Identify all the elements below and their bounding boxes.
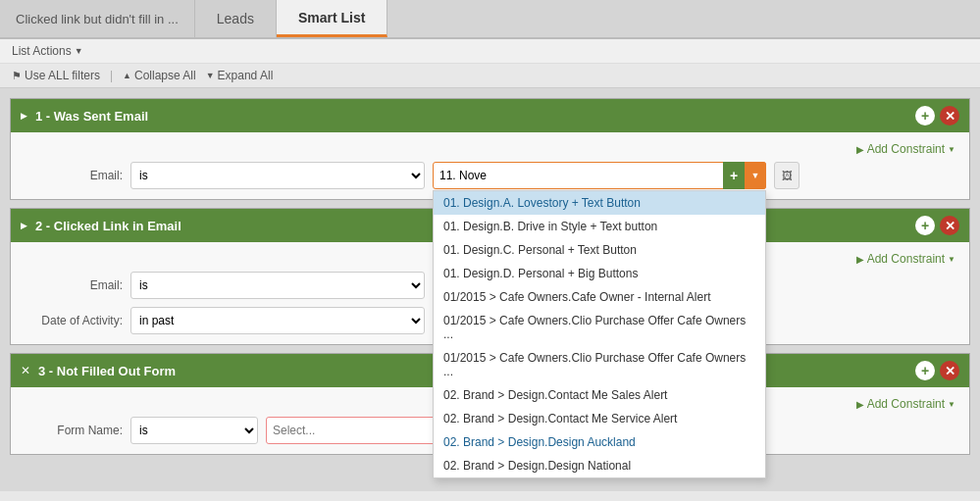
- section-3-add-btn[interactable]: +: [915, 361, 935, 380]
- section-1: ▶ 1 - Was Sent Email + ✕ ▶ Add Constrain…: [10, 98, 970, 200]
- dropdown-item-2[interactable]: 01. Design.C. Personal + Text Button: [434, 238, 765, 262]
- main-content: ▶ 1 - Was Sent Email + ✕ ▶ Add Constrain…: [0, 88, 980, 491]
- section-1-add-value-btn[interactable]: +: [723, 162, 745, 189]
- section-2-controls: + ✕: [915, 216, 959, 235]
- section-3-controls: + ✕: [915, 361, 959, 380]
- collapse-all-label: Collapse All: [134, 69, 196, 82]
- section-3-form-label: Form Name:: [25, 424, 123, 437]
- section-3-add-constraint-chevron: ▼: [948, 400, 955, 409]
- section-3-add-constraint-btn[interactable]: ▶ Add Constraint ▼: [856, 397, 955, 411]
- section-1-header-left: ▶ 1 - Was Sent Email: [21, 109, 148, 124]
- section-1-header[interactable]: ▶ 1 - Was Sent Email + ✕: [11, 99, 969, 132]
- section-1-value-input[interactable]: [433, 162, 766, 189]
- collapse-icon: ▲: [123, 71, 131, 80]
- section-2-header-left: ▶ 2 - Clicked Link in Email: [21, 219, 181, 233]
- list-actions-chevron: ▼: [75, 46, 83, 56]
- dropdown-item-9[interactable]: 02. Brand > Design.Design Auckland: [434, 430, 765, 454]
- section-1-image-icon[interactable]: 🖼: [774, 162, 799, 189]
- section-3-add-constraint-label: Add Constraint: [867, 397, 945, 411]
- dropdown-item-5[interactable]: 01/2015 > Cafe Owners.Clio Purchase Offe…: [434, 309, 765, 346]
- list-actions-label: List Actions: [12, 44, 72, 58]
- section-3-add-constraint-arrow: ▶: [856, 399, 864, 410]
- filter-icon: ⚑: [12, 70, 22, 82]
- dropdown-item-7[interactable]: 02. Brand > Design.Contact Me Sales Aler…: [434, 383, 765, 407]
- section-2-email-operator[interactable]: is: [130, 272, 425, 299]
- section-2-add-constraint-chevron: ▼: [948, 255, 955, 264]
- top-nav: Clicked link but didn't fill in ... Lead…: [0, 0, 980, 39]
- section-3-close-btn[interactable]: ✕: [940, 361, 959, 380]
- use-all-filters-label: Use ALL filters: [25, 69, 100, 82]
- section-2-close-btn[interactable]: ✕: [940, 216, 959, 235]
- dropdown-item-8[interactable]: 02. Brand > Design.Contact Me Service Al…: [434, 407, 765, 430]
- section-2-add-btn[interactable]: +: [915, 216, 935, 235]
- add-constraint-arrow-icon: ▶: [856, 144, 864, 155]
- tab-main[interactable]: Clicked link but didn't fill in ...: [0, 0, 195, 37]
- section-2-add-constraint-arrow: ▶: [856, 254, 864, 265]
- use-all-filters-btn[interactable]: ⚑ Use ALL filters: [12, 69, 100, 82]
- section-1-add-constraint-label: Add Constraint: [867, 142, 945, 156]
- list-actions-button[interactable]: List Actions ▼: [12, 44, 83, 58]
- dropdown-item-4[interactable]: 01/2015 > Cafe Owners.Cafe Owner - Inter…: [434, 285, 765, 309]
- add-constraint-chevron-icon: ▼: [948, 145, 955, 154]
- section-2-title: 2 - Clicked Link in Email: [35, 219, 181, 233]
- dropdown-item-6[interactable]: 01/2015 > Cafe Owners.Clio Purchase Offe…: [434, 346, 765, 383]
- section-3-form-operator[interactable]: is: [130, 417, 258, 444]
- section-1-email-row: Email: is + ▼ 01. Design.A. Lovestory + …: [25, 162, 955, 189]
- dropdown-item-3[interactable]: 01. Design.D. Personal + Big Buttons: [434, 262, 765, 285]
- section-1-email-label: Email:: [25, 169, 123, 182]
- tab-leads[interactable]: Leads: [195, 0, 277, 37]
- dropdown-item-0[interactable]: 01. Design.A. Lovestory + Text Button: [434, 191, 765, 215]
- section-1-title: 1 - Was Sent Email: [35, 109, 148, 124]
- expand-icon: ▼: [206, 71, 215, 80]
- section-1-add-btn[interactable]: +: [915, 106, 935, 125]
- section-1-dropdown: 01. Design.A. Lovestory + Text Button 01…: [433, 190, 766, 478]
- section-3-icon: ✕: [21, 364, 30, 377]
- section-1-add-constraint-btn[interactable]: ▶ Add Constraint ▼: [856, 142, 955, 156]
- section-3-title: 3 - Not Filled Out Form: [38, 364, 176, 378]
- section-1-body: ▶ Add Constraint ▼ Email: is + ▼: [11, 132, 969, 199]
- section-1-controls: + ✕: [915, 106, 959, 125]
- section-1-value-wrapper: + ▼ 01. Design.A. Lovestory + Text Butto…: [433, 162, 766, 189]
- expand-all-btn[interactable]: ▼ Expand All: [206, 69, 274, 82]
- dropdown-item-1[interactable]: 01. Design.B. Drive in Style + Text butt…: [434, 215, 765, 238]
- section-2-date-operator[interactable]: in past: [130, 307, 425, 334]
- section-3-header-left: ✕ 3 - Not Filled Out Form: [21, 364, 176, 378]
- tab-smartlist[interactable]: Smart List: [277, 0, 387, 37]
- filter-separator: |: [110, 69, 113, 82]
- section-2-chevron: ▶: [21, 221, 27, 230]
- section-1-email-operator[interactable]: is: [130, 162, 425, 189]
- list-actions-bar: List Actions ▼: [0, 39, 980, 64]
- section-1-value-controls: + ▼: [723, 162, 766, 189]
- section-1-add-constraint-row: ▶ Add Constraint ▼: [25, 142, 955, 156]
- section-2-add-constraint-label: Add Constraint: [867, 252, 945, 266]
- section-1-chevron: ▶: [21, 111, 27, 121]
- section-2-add-constraint-btn[interactable]: ▶ Add Constraint ▼: [856, 252, 955, 266]
- section-1-dropdown-btn[interactable]: ▼: [745, 162, 766, 189]
- section-2-email-label: Email:: [25, 278, 123, 292]
- collapse-all-btn[interactable]: ▲ Collapse All: [123, 69, 196, 82]
- section-1-close-btn[interactable]: ✕: [940, 106, 959, 125]
- section-2-date-label: Date of Activity:: [25, 314, 123, 327]
- dropdown-item-10[interactable]: 02. Brand > Design.Design National: [434, 454, 765, 477]
- filter-bar: ⚑ Use ALL filters | ▲ Collapse All ▼ Exp…: [0, 64, 980, 88]
- expand-all-label: Expand All: [218, 69, 274, 82]
